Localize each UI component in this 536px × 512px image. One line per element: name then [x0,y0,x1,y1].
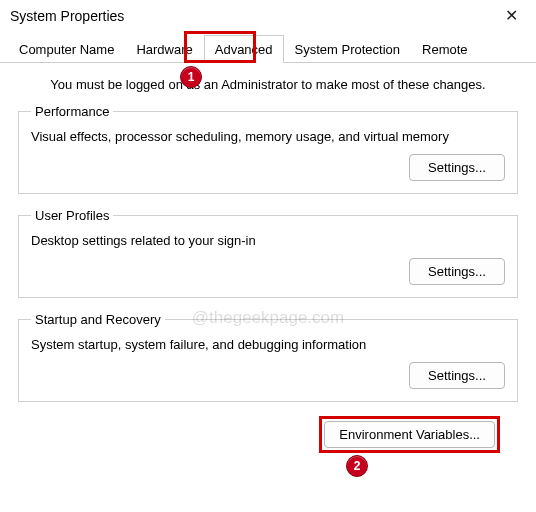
group-user-profiles: User Profiles Desktop settings related t… [18,208,518,298]
tab-row: Computer Name Hardware Advanced System P… [0,35,536,63]
group-startup-recovery: Startup and Recovery System startup, sys… [18,312,518,402]
annotation-highlight-envvar: Environment Variables... [319,416,500,453]
admin-instruction: You must be logged on as an Administrato… [18,77,518,92]
group-user-profiles-legend: User Profiles [31,208,113,223]
user-profiles-settings-button[interactable]: Settings... [409,258,505,285]
close-icon[interactable]: ✕ [496,6,526,25]
environment-variables-button[interactable]: Environment Variables... [324,421,495,448]
tab-computer-name[interactable]: Computer Name [8,35,125,62]
startup-settings-button[interactable]: Settings... [409,362,505,389]
group-performance: Performance Visual effects, processor sc… [18,104,518,194]
performance-settings-button[interactable]: Settings... [409,154,505,181]
group-user-profiles-desc: Desktop settings related to your sign-in [31,233,505,248]
tab-advanced[interactable]: Advanced [204,35,284,63]
tab-content: You must be logged on as an Administrato… [0,63,536,459]
tab-hardware[interactable]: Hardware [125,35,203,62]
group-performance-legend: Performance [31,104,113,119]
group-startup-desc: System startup, system failure, and debu… [31,337,505,352]
tab-system-protection[interactable]: System Protection [284,35,412,62]
window-title: System Properties [10,8,124,24]
titlebar: System Properties ✕ [0,0,536,35]
tab-remote[interactable]: Remote [411,35,479,62]
group-performance-desc: Visual effects, processor scheduling, me… [31,129,505,144]
group-startup-legend: Startup and Recovery [31,312,165,327]
